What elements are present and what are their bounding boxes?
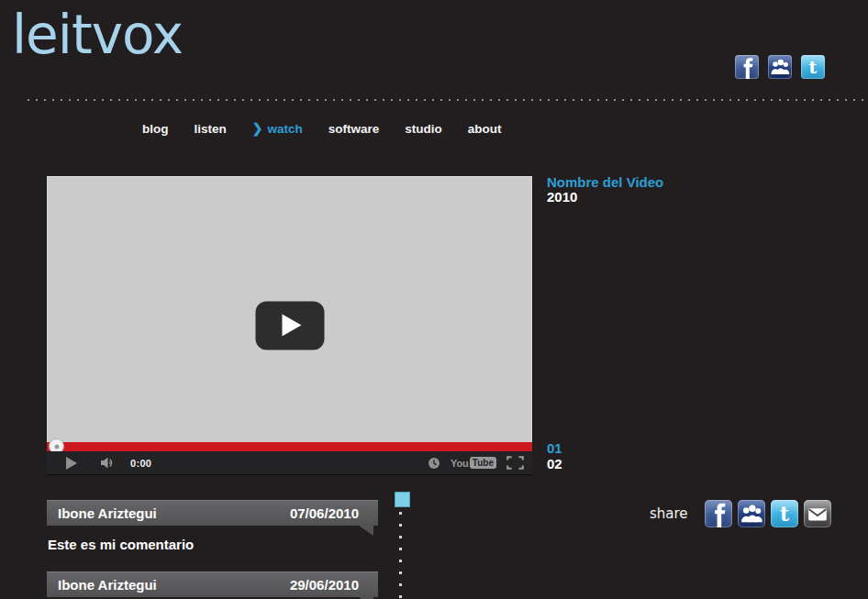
facebook-glyph: [705, 500, 732, 527]
comment-text: Este es mi comentario: [48, 537, 378, 552]
comment-author: Ibone Ariztegui: [58, 577, 157, 593]
twitter-icon[interactable]: t: [801, 55, 825, 79]
nav-item-software[interactable]: software: [328, 121, 380, 136]
share-label: share: [650, 505, 688, 522]
video-pagination: 01 02: [547, 440, 562, 471]
page: leitvox t blog listen: [0, 0, 868, 599]
comment-header: Ibone Ariztegui 29/06/2010: [47, 571, 378, 597]
facebook-icon[interactable]: [735, 55, 759, 79]
comment-bubble-tail: [359, 526, 373, 536]
myspace-glyph: [768, 55, 792, 79]
play-button[interactable]: [66, 457, 77, 470]
comments-list: Ibone Ariztegui 07/06/2010 Este es mi co…: [47, 500, 378, 597]
page-link-02[interactable]: 02: [547, 456, 562, 471]
video-year: 2010: [547, 190, 663, 205]
watch-later-button[interactable]: [428, 457, 440, 470]
comment-date: 07/06/2010: [290, 505, 359, 521]
share-myspace-icon[interactable]: [738, 500, 765, 527]
comment-date: 29/06/2010: [290, 577, 359, 593]
clock-icon: [428, 457, 440, 470]
main-nav: blog listen ❯ watch software studio abou…: [142, 121, 502, 136]
youtube-logo[interactable]: You Tube: [451, 457, 496, 469]
twitter-glyph: t: [771, 500, 798, 527]
share-row: share t: [650, 500, 831, 527]
video-viewport[interactable]: [47, 176, 532, 442]
time-display: 0:00: [130, 458, 151, 469]
video-title-block: Nombre del Video 2010: [547, 175, 663, 205]
youtube-logo-tube: Tube: [470, 457, 496, 469]
chevron-right-icon: ❯: [252, 121, 263, 136]
comments-scrollbar-handle[interactable]: [395, 492, 410, 507]
dotted-divider: [28, 99, 868, 101]
share-twitter-icon[interactable]: t: [771, 500, 798, 527]
myspace-glyph: [738, 500, 765, 527]
fullscreen-button[interactable]: [506, 456, 524, 470]
volume-button[interactable]: [100, 456, 116, 470]
comments-scrollbar-track: [399, 512, 402, 599]
site-logo[interactable]: leitvox: [12, 4, 183, 66]
player-controls-right: You Tube: [428, 451, 524, 474]
svg-text:t: t: [809, 57, 818, 77]
envelope-glyph: [804, 500, 831, 527]
share-facebook-icon[interactable]: [705, 500, 732, 527]
myspace-icon[interactable]: [768, 55, 792, 79]
nav-item-studio[interactable]: studio: [405, 121, 442, 136]
page-link-01[interactable]: 01: [547, 440, 562, 456]
header-social-icons: t: [735, 55, 825, 79]
nav-item-watch-label: watch: [268, 122, 303, 136]
seek-bar[interactable]: [47, 442, 532, 451]
play-icon: [283, 315, 302, 337]
big-play-button[interactable]: [255, 301, 324, 349]
nav-item-watch[interactable]: ❯ watch: [252, 121, 303, 136]
comment-header: Ibone Ariztegui 07/06/2010: [47, 500, 378, 526]
facebook-glyph: [735, 55, 759, 79]
video-player: 0:00 You Tube: [47, 176, 532, 475]
player-controls: 0:00 You Tube: [47, 451, 532, 475]
video-title: Nombre del Video: [547, 175, 663, 190]
comment-author: Ibone Ariztegui: [58, 505, 157, 521]
scrubber-dot: [54, 444, 59, 449]
share-email-icon[interactable]: [804, 500, 831, 527]
speaker-icon: [100, 456, 116, 470]
svg-text:t: t: [780, 502, 790, 526]
fullscreen-icon: [506, 456, 524, 470]
youtube-logo-you: You: [451, 458, 469, 469]
twitter-glyph: t: [801, 55, 825, 79]
nav-item-listen[interactable]: listen: [195, 121, 227, 136]
nav-item-blog[interactable]: blog: [142, 121, 169, 136]
nav-item-about[interactable]: about: [468, 121, 502, 136]
